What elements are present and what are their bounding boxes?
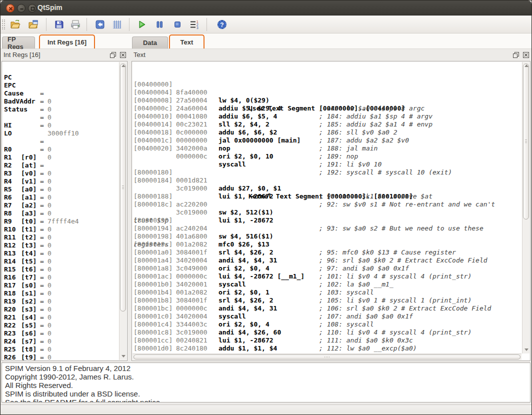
- disassembly-line: [80000180] 0001d821 addu $27, $0, $1 ; 9…: [132, 160, 530, 168]
- scroll-up-arrow-icon[interactable]: [122, 64, 126, 67]
- grid-icon: [112, 20, 122, 29]
- console-line: SPIM is distributed under a BSD license.: [5, 390, 527, 398]
- disassembly-line: [00400000] 8fa40000 lw $4, 0($29) ; 183:…: [132, 72, 530, 80]
- console-line: Copyright 1990-2012, James R. Larus.: [5, 372, 527, 381]
- scrollbar-thumb[interactable]: [120, 64, 126, 312]
- disassembly-line: Kernel Text Segment [80000000]..[8001000…: [132, 152, 530, 160]
- tab-label: Text: [180, 38, 194, 46]
- tabbar: FP Regs Int Regs [16] Data Text: [0, 34, 532, 49]
- tab-data[interactable]: Data: [132, 36, 168, 48]
- register-row: Status = 3000ff10: [2, 98, 127, 106]
- disassembly-line: [800001a4] 3c049000 lui $4, -28672 [__m1…: [132, 248, 530, 256]
- disassembly-line: trust $sp: [132, 176, 530, 184]
- maximize-button[interactable]: [28, 4, 36, 12]
- scroll-up-arrow-icon[interactable]: [524, 64, 528, 67]
- help-button[interactable]: ?: [216, 18, 228, 32]
- disassembly-line: [80000188] ac220200 sw $2, 512($1): [132, 184, 530, 192]
- register-row: R0 [r0] = 0: [2, 138, 127, 146]
- register-row: R2 [v0] = 0: [2, 154, 127, 162]
- open-file-button[interactable]: [9, 18, 22, 32]
- stop-button[interactable]: [171, 18, 184, 32]
- register-row: R6 [a2] = 7ffff4e4: [2, 186, 127, 194]
- undo-button[interactable]: [94, 18, 106, 32]
- tab-fp-regs[interactable]: FP Regs: [2, 36, 35, 48]
- disassembly-line: [800001ac] 34020001 ori $2, $0, 1 ; 105:…: [132, 264, 530, 272]
- close-panel-button[interactable]: [522, 52, 530, 58]
- disassembly-line: [00400014] 0c000000 jal 0x00000000 [main…: [132, 112, 530, 120]
- register-row: R1 [at] = 0: [2, 146, 127, 154]
- disassembly-line: [0040001c] 3402000a ori $2, $0, 10 ; 191…: [132, 128, 530, 136]
- save-icon: [54, 20, 64, 30]
- disassembly-listing: User Text Segment [00400000]..[00440000]…: [132, 62, 530, 360]
- toolbar-separator: [129, 18, 130, 31]
- disassembly-line: [800001d0] 00000000 nop ; 113: nop: [132, 336, 530, 344]
- scrollbar-thumb[interactable]: [134, 354, 520, 360]
- tab-int-regs[interactable]: Int Regs [16]: [39, 34, 95, 48]
- text-vertical-scrollbar[interactable]: [522, 62, 530, 354]
- play-icon: [138, 20, 146, 29]
- scrollbar-thumb[interactable]: [523, 64, 529, 220]
- register-row: R19 [s3] = 0: [2, 290, 127, 298]
- save-log-button[interactable]: [52, 18, 66, 32]
- close-panel-button[interactable]: [120, 52, 126, 58]
- float-icon: [512, 52, 520, 58]
- close-button[interactable]: [6, 4, 14, 12]
- register-row: R26 [k0] = 0: [2, 346, 127, 354]
- disassembly-line: [800001a8] 0000000c syscall ; 103: sysca…: [132, 256, 530, 264]
- disassembly-line: [0040000c] 00041080 sll $2, $4, 2 ; 186:…: [132, 96, 530, 104]
- register-row: R16 [s0] = 0: [2, 266, 127, 274]
- register-row: R11 [t3] = 0: [2, 226, 127, 234]
- help-icon: ?: [217, 20, 227, 30]
- register-row: R24 [t8] = 0: [2, 330, 127, 338]
- disassembly-line: [132, 144, 530, 152]
- register-row: R17 [s1] = 0: [2, 274, 127, 282]
- register-row: BadVAddr = 0: [2, 90, 127, 98]
- registers-button[interactable]: [110, 18, 124, 32]
- single-step-button[interactable]: 1 2 3: [188, 18, 201, 32]
- tab-label: FP Regs: [8, 36, 30, 50]
- register-row: R27 [k1] = 0: [2, 354, 127, 361]
- instruction-address: [800001d8]: [134, 360, 172, 361]
- console-area: SPIM Version 9.1 of February 4, 2012 Cop…: [0, 362, 532, 404]
- reinitialize-load-button[interactable]: [27, 18, 40, 32]
- tab-text[interactable]: Text: [169, 34, 204, 48]
- close-icon: [8, 6, 14, 12]
- scroll-down-arrow-icon[interactable]: [524, 348, 528, 351]
- pause-button[interactable]: [153, 18, 166, 32]
- svg-text:3: 3: [196, 26, 198, 30]
- register-row: R22 [s6] = 0: [2, 314, 127, 322]
- instruction-encoding: 0000000c: [176, 360, 208, 361]
- print-button[interactable]: [69, 18, 82, 32]
- registers-vertical-scrollbar[interactable]: [119, 62, 126, 360]
- window-title: QtSpim: [38, 4, 62, 12]
- disassembly-line: [8000018c] 3c019000 lui $1, -28672 ; 93:…: [132, 192, 530, 200]
- register-row: Cause = 0: [2, 82, 127, 90]
- disassembly-line: [800001a0] 34020004 ori $2, $0, 4 ; 101:…: [132, 240, 530, 248]
- toolbar-separator: [86, 18, 87, 31]
- step-list-icon: 1 2 3: [190, 20, 200, 30]
- undo-arrow-icon: [96, 20, 104, 29]
- run-button[interactable]: [136, 18, 148, 32]
- disassembly-line: [00400008] 24a60004 addiu $6, $5, 4 ; 18…: [132, 88, 530, 96]
- text-horizontal-scrollbar[interactable]: [132, 354, 522, 360]
- disassembly-line: [800001d4] 0000000c syscall ; 114: sysca…: [132, 344, 530, 352]
- register-row: R3 [v1] = 0: [2, 162, 127, 170]
- int-regs-panel-header: Int Regs [16]: [0, 49, 128, 61]
- disassembly-line: [00400010] 00c23021 addu $6, $6, $2 ; 18…: [132, 104, 530, 112]
- panel-title: Text: [134, 51, 146, 58]
- disassembly-line: [00400018] 00000000 nop ; 189: nop: [132, 120, 530, 128]
- svg-text:?: ?: [220, 21, 224, 28]
- register-row: R7 [a3] = 0: [2, 194, 127, 202]
- float-panel-button[interactable]: [110, 52, 116, 58]
- tab-label: Data: [143, 39, 157, 46]
- minimize-button[interactable]: [17, 4, 26, 12]
- register-row: HI = 0: [2, 114, 127, 122]
- minimize-icon: [18, 6, 25, 12]
- toolbar-drag-handle[interactable]: [2, 20, 5, 30]
- disassembly-line: [800001b0] 001a2082 srl $4, $26, 2 ; 106…: [132, 272, 530, 280]
- status-bar: [0, 404, 532, 415]
- register-row: R15 [t7] = 0: [2, 258, 127, 266]
- scroll-down-arrow-icon[interactable]: [122, 355, 126, 358]
- register-row: R23 [s7] = 0: [2, 322, 127, 330]
- float-panel-button[interactable]: [512, 52, 520, 58]
